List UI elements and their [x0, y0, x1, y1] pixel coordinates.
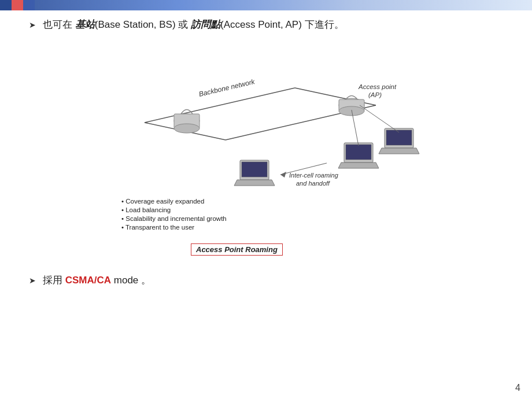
- network-diagram: Backbone network Access point (AP): [110, 42, 434, 250]
- loadbalance-bullet: • Load balancing: [121, 206, 171, 213]
- svg-marker-12: [234, 180, 275, 186]
- caption-box: Access Point Roaming: [191, 243, 283, 256]
- top-bar: [0, 0, 532, 10]
- svg-point-6: [174, 124, 200, 133]
- csma-ca-text: CSMA/CA: [65, 275, 111, 286]
- laptop-2: [338, 143, 379, 168]
- handoff-label: and handoff: [296, 180, 330, 187]
- bullet-item-2: ➤ 採用 CSMA/CA mode 。: [29, 273, 515, 288]
- bullet-arrow-1: ➤: [29, 19, 36, 31]
- svg-rect-11: [242, 162, 267, 177]
- access-point-label: Access point: [358, 83, 397, 90]
- square-red: [12, 0, 23, 10]
- italic-base-station: 基站: [75, 19, 95, 30]
- bullet-text-1: 也可在 基站(Base Station, BS) 或 訪問點(Access Po…: [43, 17, 344, 32]
- svg-line-20: [360, 105, 399, 132]
- square-blue: [0, 0, 12, 10]
- backbone-label: Backbone network: [198, 77, 256, 98]
- ap-label: (AP): [368, 91, 382, 98]
- transparent-bullet: • Transparent to the user: [121, 224, 194, 231]
- top-bar-squares: [0, 0, 35, 10]
- svg-marker-22: [280, 172, 286, 178]
- caption-text: Access Point Roaming: [196, 245, 278, 254]
- coverage-bullet: • Coverage easily expanded: [121, 198, 204, 205]
- diagram-container: Backbone network Access point (AP): [110, 42, 434, 256]
- svg-marker-15: [338, 162, 379, 168]
- page-number: 4: [515, 383, 520, 393]
- bullet-item-1: ➤ 也可在 基站(Base Station, BS) 或 訪問點(Access …: [29, 17, 515, 32]
- laptop-1: [234, 160, 275, 186]
- bullet-arrow-2: ➤: [29, 275, 36, 287]
- scalability-bullet: • Scalability and incremental growth: [121, 215, 227, 222]
- intercell-label: Inter-cell roaming: [289, 172, 339, 179]
- slide-content: ➤ 也可在 基站(Base Station, BS) 或 訪問點(Access …: [29, 17, 515, 382]
- svg-marker-18: [379, 148, 419, 154]
- svg-rect-14: [346, 145, 371, 160]
- bullet-text-2: 採用 CSMA/CA mode 。: [43, 273, 151, 288]
- square-blue2: [23, 0, 35, 10]
- italic-access-point: 訪問點: [191, 19, 220, 30]
